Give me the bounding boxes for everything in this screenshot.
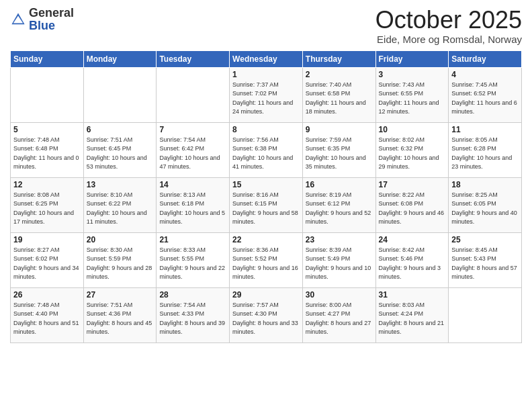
calendar-cell: 30Sunrise: 8:00 AMSunset: 4:27 PMDayligh…: [302, 287, 375, 342]
day-info: Sunrise: 8:19 AMSunset: 6:12 PMDaylight:…: [306, 191, 373, 227]
title-block: October 2025 Eide, More og Romsdal, Norw…: [375, 7, 522, 45]
day-of-week-header: Tuesday: [157, 50, 230, 67]
day-of-week-header: Sunday: [11, 50, 84, 67]
day-number: 31: [379, 290, 446, 300]
day-number: 14: [159, 180, 226, 189]
calendar-cell: [11, 67, 84, 122]
calendar-cell: 19Sunrise: 8:27 AMSunset: 6:02 PMDayligh…: [11, 232, 84, 287]
day-info: Sunrise: 7:51 AMSunset: 6:45 PMDaylight:…: [87, 136, 154, 172]
day-info: Sunrise: 7:57 AMSunset: 4:30 PMDaylight:…: [232, 301, 300, 337]
calendar-cell: 29Sunrise: 7:57 AMSunset: 4:30 PMDayligh…: [230, 287, 303, 342]
day-of-week-header: Thursday: [302, 50, 375, 67]
calendar-cell: 27Sunrise: 7:51 AMSunset: 4:36 PMDayligh…: [83, 287, 157, 342]
day-number: 29: [232, 290, 300, 300]
calendar-cell: 8Sunrise: 7:56 AMSunset: 6:38 PMDaylight…: [230, 122, 303, 177]
day-number: 11: [451, 125, 519, 134]
header: General Blue October 2025 Eide, More og …: [10, 7, 522, 45]
calendar-cell: 23Sunrise: 8:39 AMSunset: 5:49 PMDayligh…: [302, 232, 375, 287]
calendar-cell: 14Sunrise: 8:13 AMSunset: 6:18 PMDayligh…: [157, 177, 230, 232]
day-info: Sunrise: 8:22 AMSunset: 6:08 PMDaylight:…: [379, 191, 446, 227]
day-number: 28: [159, 290, 226, 300]
day-number: 13: [87, 180, 154, 189]
calendar-cell: 12Sunrise: 8:08 AMSunset: 6:25 PMDayligh…: [11, 177, 84, 232]
calendar-week-row: 26Sunrise: 7:48 AMSunset: 4:40 PMDayligh…: [11, 287, 522, 342]
calendar-cell: 17Sunrise: 8:22 AMSunset: 6:08 PMDayligh…: [375, 177, 449, 232]
day-info: Sunrise: 7:45 AMSunset: 6:52 PMDaylight:…: [451, 81, 519, 117]
day-number: 8: [232, 125, 300, 134]
day-number: 2: [306, 70, 373, 79]
day-info: Sunrise: 7:51 AMSunset: 4:36 PMDaylight:…: [87, 301, 154, 337]
location-title: Eide, More og Romsdal, Norway: [375, 34, 522, 45]
day-info: Sunrise: 8:00 AMSunset: 4:27 PMDaylight:…: [306, 301, 373, 337]
day-of-week-header: Wednesday: [230, 50, 303, 67]
day-info: Sunrise: 8:25 AMSunset: 6:05 PMDaylight:…: [451, 191, 519, 227]
day-number: 22: [232, 235, 300, 244]
calendar-cell: 31Sunrise: 8:03 AMSunset: 4:24 PMDayligh…: [375, 287, 449, 342]
calendar: SundayMondayTuesdayWednesdayThursdayFrid…: [10, 50, 522, 343]
calendar-cell: 6Sunrise: 7:51 AMSunset: 6:45 PMDaylight…: [83, 122, 157, 177]
day-info: Sunrise: 7:37 AMSunset: 7:02 PMDaylight:…: [232, 81, 300, 117]
day-info: Sunrise: 8:13 AMSunset: 6:18 PMDaylight:…: [159, 191, 226, 227]
day-info: Sunrise: 7:59 AMSunset: 6:35 PMDaylight:…: [306, 136, 373, 172]
day-info: Sunrise: 8:30 AMSunset: 5:59 PMDaylight:…: [87, 246, 154, 282]
day-number: 7: [159, 125, 226, 134]
day-of-week-header: Monday: [83, 50, 157, 67]
calendar-cell: 11Sunrise: 8:05 AMSunset: 6:28 PMDayligh…: [449, 122, 522, 177]
day-info: Sunrise: 8:36 AMSunset: 5:52 PMDaylight:…: [232, 246, 300, 282]
day-number: 5: [13, 125, 81, 134]
calendar-header-row: SundayMondayTuesdayWednesdayThursdayFrid…: [11, 50, 522, 67]
day-info: Sunrise: 8:02 AMSunset: 6:32 PMDaylight:…: [379, 136, 446, 172]
day-info: Sunrise: 8:33 AMSunset: 5:55 PMDaylight:…: [159, 246, 226, 282]
day-number: 30: [306, 290, 373, 300]
day-info: Sunrise: 7:48 AMSunset: 4:40 PMDaylight:…: [13, 301, 81, 337]
calendar-cell: 3Sunrise: 7:43 AMSunset: 6:55 PMDaylight…: [375, 67, 449, 122]
day-info: Sunrise: 7:54 AMSunset: 6:42 PMDaylight:…: [159, 136, 226, 172]
calendar-cell: [449, 287, 522, 342]
day-info: Sunrise: 7:40 AMSunset: 6:58 PMDaylight:…: [306, 81, 373, 117]
day-number: 12: [13, 180, 81, 189]
page: General Blue October 2025 Eide, More og …: [0, 0, 532, 411]
day-number: 6: [87, 125, 154, 134]
calendar-cell: 18Sunrise: 8:25 AMSunset: 6:05 PMDayligh…: [449, 177, 522, 232]
calendar-cell: 22Sunrise: 8:36 AMSunset: 5:52 PMDayligh…: [230, 232, 303, 287]
calendar-cell: 7Sunrise: 7:54 AMSunset: 6:42 PMDaylight…: [157, 122, 230, 177]
day-info: Sunrise: 8:03 AMSunset: 4:24 PMDaylight:…: [379, 301, 446, 337]
day-number: 10: [379, 125, 446, 134]
day-number: 3: [379, 70, 446, 79]
day-info: Sunrise: 8:08 AMSunset: 6:25 PMDaylight:…: [13, 191, 81, 227]
calendar-week-row: 5Sunrise: 7:48 AMSunset: 6:48 PMDaylight…: [11, 122, 522, 177]
day-info: Sunrise: 8:42 AMSunset: 5:46 PMDaylight:…: [379, 246, 446, 282]
calendar-cell: 9Sunrise: 7:59 AMSunset: 6:35 PMDaylight…: [302, 122, 375, 177]
day-number: 15: [232, 180, 300, 189]
day-info: Sunrise: 8:10 AMSunset: 6:22 PMDaylight:…: [87, 191, 154, 227]
day-number: 16: [306, 180, 373, 189]
day-number: 18: [451, 180, 519, 189]
day-info: Sunrise: 8:39 AMSunset: 5:49 PMDaylight:…: [306, 246, 373, 282]
calendar-cell: 16Sunrise: 8:19 AMSunset: 6:12 PMDayligh…: [302, 177, 375, 232]
calendar-cell: 20Sunrise: 8:30 AMSunset: 5:59 PMDayligh…: [83, 232, 157, 287]
day-number: 20: [87, 235, 154, 244]
calendar-week-row: 1Sunrise: 7:37 AMSunset: 7:02 PMDaylight…: [11, 67, 522, 122]
calendar-cell: 1Sunrise: 7:37 AMSunset: 7:02 PMDaylight…: [230, 67, 303, 122]
logo-icon: [10, 11, 26, 28]
calendar-week-row: 12Sunrise: 8:08 AMSunset: 6:25 PMDayligh…: [11, 177, 522, 232]
calendar-cell: 5Sunrise: 7:48 AMSunset: 6:48 PMDaylight…: [11, 122, 84, 177]
calendar-cell: 10Sunrise: 8:02 AMSunset: 6:32 PMDayligh…: [375, 122, 449, 177]
day-number: 4: [451, 70, 519, 79]
day-number: 24: [379, 235, 446, 244]
day-number: 9: [306, 125, 373, 134]
day-info: Sunrise: 8:27 AMSunset: 6:02 PMDaylight:…: [13, 246, 81, 282]
calendar-cell: 24Sunrise: 8:42 AMSunset: 5:46 PMDayligh…: [375, 232, 449, 287]
day-number: 25: [451, 235, 519, 244]
day-number: 1: [232, 70, 300, 79]
day-info: Sunrise: 8:45 AMSunset: 5:43 PMDaylight:…: [451, 246, 519, 282]
calendar-cell: 2Sunrise: 7:40 AMSunset: 6:58 PMDaylight…: [302, 67, 375, 122]
logo-general: General: [29, 6, 74, 19]
day-of-week-header: Saturday: [449, 50, 522, 67]
day-info: Sunrise: 8:05 AMSunset: 6:28 PMDaylight:…: [451, 136, 519, 172]
calendar-cell: 15Sunrise: 8:16 AMSunset: 6:15 PMDayligh…: [230, 177, 303, 232]
calendar-cell: 13Sunrise: 8:10 AMSunset: 6:22 PMDayligh…: [83, 177, 157, 232]
logo: General Blue: [10, 7, 74, 32]
day-number: 23: [306, 235, 373, 244]
calendar-cell: 21Sunrise: 8:33 AMSunset: 5:55 PMDayligh…: [157, 232, 230, 287]
